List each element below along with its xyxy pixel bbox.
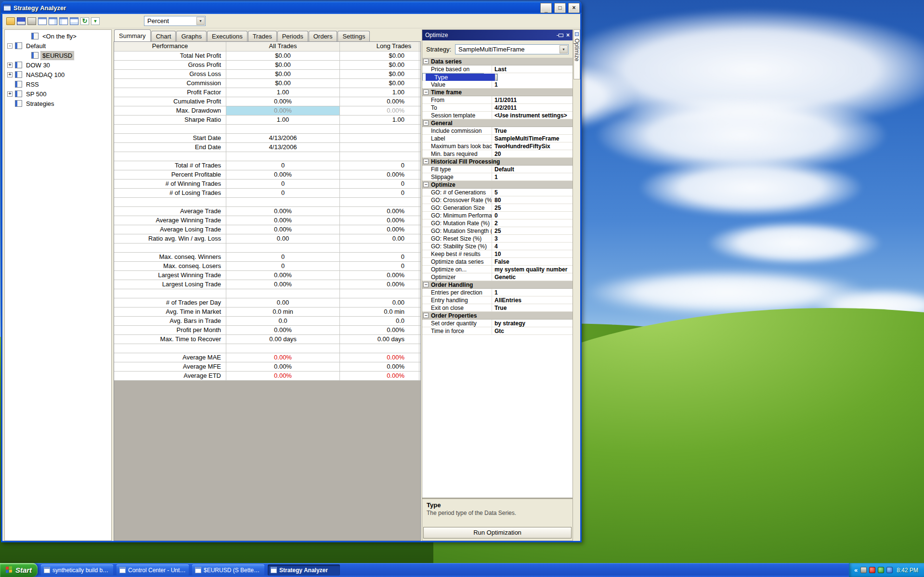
category-collapse-icon[interactable] xyxy=(423,59,429,64)
all-trades-cell[interactable]: 1.00 xyxy=(226,115,340,124)
long-trades-cell[interactable]: $0.00 xyxy=(340,51,419,60)
print-icon[interactable] xyxy=(27,17,36,25)
all-trades-cell[interactable] xyxy=(226,244,340,252)
save-icon[interactable] xyxy=(17,17,26,25)
long-trades-cell[interactable]: 0.0 min xyxy=(340,308,419,316)
all-trades-cell[interactable]: 0 xyxy=(226,189,340,197)
category-collapse-icon[interactable] xyxy=(423,90,429,95)
all-trades-cell[interactable]: 0.00 xyxy=(226,298,340,307)
property-row[interactable]: Type Tick xyxy=(422,73,484,81)
property-row[interactable]: Historical Fill Processing xyxy=(422,158,573,166)
property-row[interactable]: GO: Reset Size (%) 3 xyxy=(422,235,573,243)
long-trades-cell[interactable] xyxy=(340,198,419,206)
tree-expander-icon[interactable]: + xyxy=(7,63,13,68)
property-row[interactable]: GO: Mutation Rate (%) 2 xyxy=(422,219,573,227)
all-trades-cell[interactable]: 0.00% xyxy=(226,280,340,289)
property-row[interactable]: To 4/2/2011 xyxy=(422,104,573,112)
property-row[interactable]: Set order quantity by strategy xyxy=(422,320,573,327)
long-trades-cell[interactable]: 0.0 xyxy=(340,317,419,325)
property-row[interactable]: Order Handling xyxy=(422,281,573,289)
tree-item[interactable]: RSS xyxy=(5,79,111,89)
long-trades-cell[interactable]: 0.00 days xyxy=(340,335,419,344)
security-alert-icon[interactable] xyxy=(869,567,875,573)
property-row[interactable]: Keep best # results 10 xyxy=(422,250,573,258)
property-row[interactable]: General xyxy=(422,119,573,127)
property-row[interactable]: Exit on close True xyxy=(422,304,573,312)
property-row[interactable]: Optimize xyxy=(422,181,573,189)
long-trades-cell[interactable]: 0.00% xyxy=(340,280,419,289)
long-trades-cell[interactable]: 0.00% xyxy=(340,97,419,106)
long-trades-cell[interactable]: 0.00% xyxy=(340,216,419,225)
layout-panel-icon-2[interactable] xyxy=(49,17,57,25)
window-titlebar[interactable]: Strategy Analyzer _ □ × xyxy=(1,1,582,14)
category-collapse-icon[interactable] xyxy=(423,313,429,318)
all-trades-cell[interactable]: 0.00% xyxy=(226,170,340,179)
all-trades-cell[interactable]: 0 xyxy=(226,262,340,270)
all-trades-cell[interactable]: 0.0 min xyxy=(226,308,340,316)
property-row[interactable]: Time frame xyxy=(422,89,573,96)
property-row[interactable]: GO: Minimum Performance 0 xyxy=(422,212,573,219)
close-button[interactable]: × xyxy=(569,3,579,13)
property-row[interactable]: Optimize on... my system quality number xyxy=(422,266,573,273)
tree-item[interactable]: + DOW 30 xyxy=(5,60,111,70)
long-trades-cell[interactable]: 1.00 xyxy=(340,115,419,124)
long-trades-cell[interactable]: 0.00 xyxy=(340,234,419,243)
tree-item[interactable]: <On the fly> xyxy=(5,31,111,41)
antivirus-icon[interactable] xyxy=(878,567,884,573)
property-row[interactable]: Entries per direction 1 xyxy=(422,289,573,296)
property-row[interactable]: Optimizer Genetic xyxy=(422,273,573,281)
all-trades-cell[interactable]: 0 xyxy=(226,161,340,170)
long-trades-cell[interactable]: 0.00 xyxy=(340,298,419,307)
all-trades-cell[interactable]: 0.00% xyxy=(226,97,340,106)
long-trades-cell[interactable]: 0.00% xyxy=(340,106,419,115)
property-row[interactable]: Session template <Use instrument setting… xyxy=(422,112,573,119)
long-trades-cell[interactable]: 0.00% xyxy=(340,271,419,280)
property-row[interactable]: Data series xyxy=(422,58,573,65)
all-trades-cell[interactable] xyxy=(226,152,340,161)
open-workspace-icon[interactable] xyxy=(6,17,15,25)
download-icon[interactable] xyxy=(91,17,100,25)
property-row[interactable]: Fill type Default xyxy=(422,166,573,173)
all-trades-cell[interactable]: 4/13/2006 xyxy=(226,134,340,142)
category-collapse-icon[interactable] xyxy=(423,120,429,126)
long-trades-cell[interactable]: 0.00% xyxy=(340,362,419,371)
tab[interactable]: Trades xyxy=(248,31,277,41)
property-row[interactable]: GO: Stability Size (%) 4 xyxy=(422,243,573,250)
all-trades-cell[interactable]: 0.00 days xyxy=(226,335,340,344)
all-trades-cell[interactable]: $0.00 xyxy=(226,51,340,60)
all-trades-cell[interactable]: 0.00% xyxy=(226,326,340,334)
property-row[interactable]: GO: # of Generations 5 xyxy=(422,189,573,196)
property-row[interactable]: GO: Mutation Strength (%) 25 xyxy=(422,227,573,235)
dropdown-arrow-icon[interactable] xyxy=(196,17,205,25)
all-trades-cell[interactable]: 0.00 xyxy=(226,234,340,243)
taskbar-task-button[interactable]: synthetically build bars o... xyxy=(41,564,113,576)
all-trades-cell[interactable]: 0.00% xyxy=(226,216,340,225)
long-trades-cell[interactable] xyxy=(340,344,419,353)
dropdown-arrow-icon[interactable] xyxy=(560,45,568,53)
layout-panel-icon-3[interactable] xyxy=(59,17,68,25)
all-trades-cell[interactable]: 1.00 xyxy=(226,88,340,97)
all-trades-cell[interactable]: $0.00 xyxy=(226,79,340,88)
printer-icon[interactable] xyxy=(860,567,867,573)
long-trades-cell[interactable]: 0 xyxy=(340,180,419,188)
pin-icon[interactable] xyxy=(559,34,563,37)
long-trades-cell[interactable] xyxy=(340,134,419,142)
property-row[interactable]: Include commission True xyxy=(422,127,573,135)
dropdown-arrow-icon[interactable] xyxy=(495,74,497,80)
start-button[interactable]: Start xyxy=(0,563,38,577)
minimize-button[interactable]: _ xyxy=(541,3,551,13)
run-optimization-button[interactable]: Run Optimization xyxy=(423,527,572,539)
long-trades-cell[interactable] xyxy=(340,125,419,133)
tab[interactable]: Executions xyxy=(207,31,247,41)
layout-panel-icon-1[interactable] xyxy=(38,17,47,25)
all-trades-cell[interactable]: 0.0 xyxy=(226,317,340,325)
all-trades-cell[interactable]: 0 xyxy=(226,253,340,261)
volume-icon[interactable] xyxy=(886,567,893,573)
long-trades-cell[interactable]: 1.00 xyxy=(340,88,419,97)
property-row[interactable]: Time in force Gtc xyxy=(422,327,573,335)
tab[interactable]: Orders xyxy=(309,31,338,41)
category-collapse-icon[interactable] xyxy=(423,182,429,187)
all-trades-cell[interactable]: 0.00% xyxy=(226,207,340,216)
long-trades-cell[interactable]: 0 xyxy=(340,253,419,261)
maximize-button[interactable]: □ xyxy=(555,3,565,13)
